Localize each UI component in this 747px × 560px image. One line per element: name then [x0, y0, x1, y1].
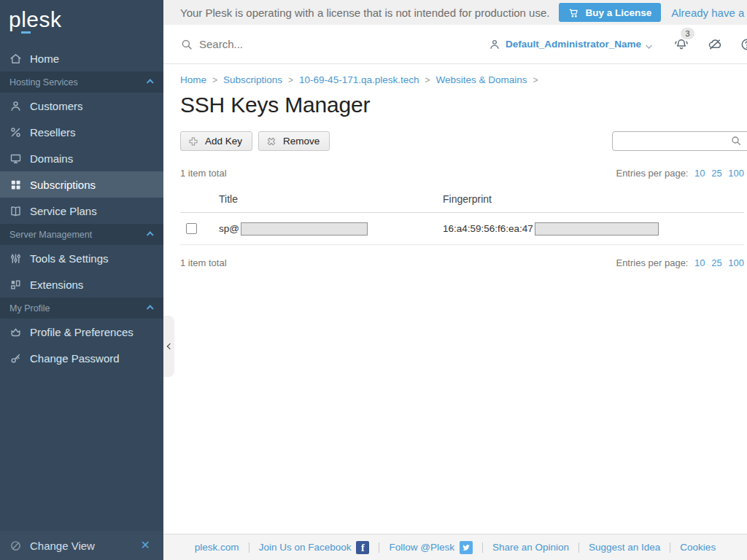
home-icon [9, 52, 22, 65]
redaction-box [241, 222, 368, 236]
breadcrumb-subscription-domain[interactable]: 10-69-45-171.qa.plesk.tech [299, 74, 419, 85]
search-icon [730, 135, 742, 147]
facebook-icon: f [356, 541, 369, 554]
sidebar-item-change-password[interactable]: Change Password [0, 345, 163, 371]
list-search-input[interactable] [612, 131, 747, 151]
add-key-button[interactable]: Add Key [180, 131, 252, 151]
plesk-logo-underscore [21, 31, 31, 34]
chevron-up-icon [147, 305, 154, 312]
top-toolbar: Default_Administrator_Name 3 [163, 25, 747, 64]
notification-badge: 3 [681, 28, 694, 39]
sidebar-item-domains[interactable]: Domains [0, 145, 163, 171]
plesk-logo[interactable]: plesk [0, 0, 163, 39]
footer-link-suggest-idea[interactable]: Suggest an Idea [589, 542, 660, 553]
footer-link-plesk-com[interactable]: plesk.com [195, 542, 239, 553]
entries-label: Entries per page: [616, 257, 688, 268]
breadcrumb-separator: > [206, 75, 223, 85]
sidebar-item-subscriptions[interactable]: Subscriptions [0, 171, 163, 198]
key-fingerprint-cell: 16:a4:59:56:f6:ea:47 [443, 213, 744, 245]
ssh-keys-table: Title Fingerprint sp@ 16:a4:59:5 [180, 187, 744, 245]
global-search-input[interactable] [199, 38, 418, 50]
help-button[interactable] [740, 37, 747, 52]
page-size-10[interactable]: 10 [694, 168, 705, 179]
sidebar-item-label: Domains [30, 152, 73, 165]
person-icon [9, 100, 22, 112]
row-checkbox[interactable] [186, 223, 197, 234]
notifications-button[interactable]: 3 [674, 37, 689, 52]
breadcrumb-websites-domains[interactable]: Websites & Domains [436, 74, 527, 85]
x-icon [266, 136, 277, 147]
buy-license-button[interactable]: Buy a License [559, 3, 661, 22]
sidebar-item-label: Resellers [30, 126, 76, 139]
footer-divider [670, 542, 670, 553]
plus-icon [187, 136, 199, 147]
sidebar-section-label: Server Management [9, 230, 92, 240]
sidebar-item-resellers[interactable]: Resellers [0, 119, 163, 145]
user-area: Default_Administrator_Name 3 [489, 37, 747, 52]
key-fingerprint-text: 16:a4:59:56:f6:ea:47 [443, 223, 533, 234]
plesk-logo-text: plesk [9, 7, 62, 31]
sliders-icon [9, 252, 22, 265]
footer-divider [578, 542, 579, 553]
sidebar-item-profile-preferences[interactable]: Profile & Preferences [0, 319, 163, 345]
cart-icon [568, 7, 579, 18]
already-have-license-link[interactable]: Already have a license? [671, 7, 747, 19]
page-size-100[interactable]: 100 [728, 257, 744, 268]
breadcrumb-home[interactable]: Home [180, 74, 206, 85]
percent-icon [9, 126, 22, 139]
sidebar-section-hosting-services[interactable]: Hosting Services [0, 71, 163, 93]
breadcrumb-separator: > [282, 75, 299, 85]
circle-slash-icon [9, 540, 22, 552]
table-header-row: Title Fingerprint [180, 187, 744, 213]
pagination-top: 1 item total Entries per page: 10 25 100 [180, 168, 744, 179]
add-key-label: Add Key [205, 136, 242, 147]
footer-link-twitter[interactable]: Follow @Plesk [389, 541, 472, 554]
remove-button[interactable]: Remove [258, 131, 330, 151]
page-size-10[interactable]: 10 [694, 257, 705, 268]
page-content: Home > Subscriptions > 10-69-45-171.qa.p… [163, 64, 747, 534]
twitter-icon [460, 541, 473, 554]
sidebar-item-extensions[interactable]: Extensions [0, 271, 163, 298]
close-icon[interactable]: ✕ [141, 540, 150, 551]
footer-link-cookies[interactable]: Cookies [680, 542, 716, 553]
sidebar-item-customers[interactable]: Customers [0, 93, 163, 119]
sidebar-item-label: Subscriptions [30, 179, 96, 191]
title-column-header: Title [219, 187, 443, 213]
cloud-status-button[interactable] [708, 37, 722, 52]
change-view-button[interactable]: Change View ✕ [0, 531, 163, 560]
chevron-up-icon [147, 231, 154, 238]
breadcrumb: Home > Subscriptions > 10-69-45-171.qa.p… [180, 74, 744, 85]
sidebar-item-tools-settings[interactable]: Tools & Settings [0, 245, 163, 271]
page-size-25[interactable]: 25 [711, 168, 721, 179]
help-icon [740, 37, 747, 52]
page-size-25[interactable]: 25 [711, 257, 721, 268]
sidebar-item-home[interactable]: Home [0, 45, 163, 71]
chevron-up-icon [147, 79, 154, 86]
actions-toolbar: Add Key Remove [180, 131, 744, 151]
items-total: 1 item total [180, 257, 227, 268]
blocks-icon [9, 279, 22, 291]
grid-icon [9, 179, 22, 191]
breadcrumb-subscriptions[interactable]: Subscriptions [223, 74, 282, 85]
search-icon [180, 38, 193, 51]
sidebar-section-server-management[interactable]: Server Management [0, 224, 163, 245]
key-icon [9, 352, 22, 365]
sidebar-collapse-handle[interactable] [163, 316, 174, 377]
select-all-header [180, 187, 219, 213]
page-size-100[interactable]: 100 [728, 168, 744, 179]
breadcrumb-separator: > [527, 75, 544, 85]
sidebar-item-label: Customers [30, 100, 83, 112]
user-menu[interactable]: Default_Administrator_Name [489, 39, 652, 50]
sidebar: plesk Home Hosting Services Customers Re… [0, 0, 163, 560]
entries-per-page: Entries per page: 10 25 100 [616, 168, 744, 179]
list-search [612, 131, 747, 151]
sidebar-item-service-plans[interactable]: Service Plans [0, 198, 163, 224]
footer-twitter-label: Follow @Plesk [389, 542, 454, 553]
footer-link-facebook[interactable]: Join Us on Facebook f [259, 541, 370, 554]
sidebar-item-label: Change Password [30, 352, 120, 365]
license-message: Your Plesk is operating with a license t… [180, 7, 549, 19]
footer-link-share-opinion[interactable]: Share an Opinion [492, 542, 569, 553]
sidebar-section-my-profile[interactable]: My Profile [0, 298, 163, 319]
fingerprint-column-header: Fingerprint [443, 187, 744, 213]
user-icon [489, 39, 500, 50]
